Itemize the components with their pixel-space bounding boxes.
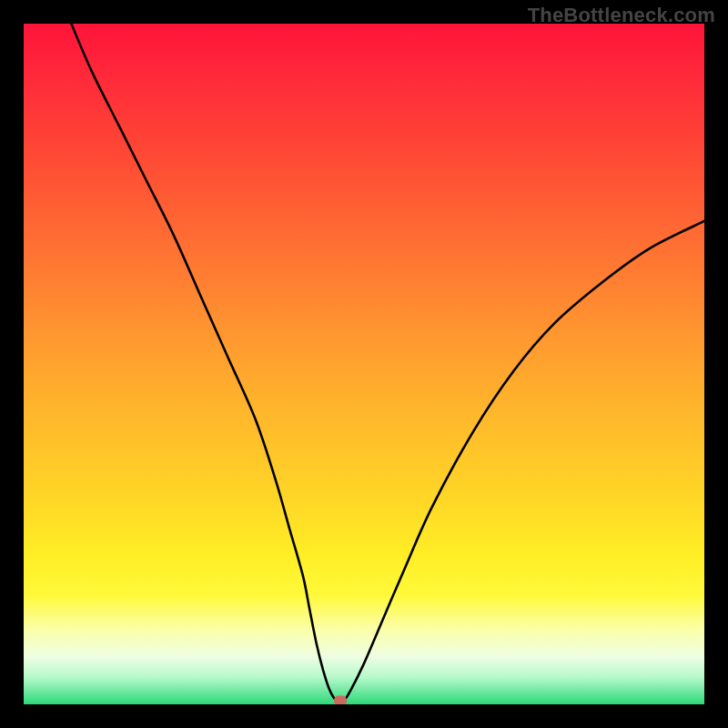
curve-layer <box>24 24 704 704</box>
plot-area <box>24 24 704 704</box>
watermark-text: TheBottleneck.com <box>528 4 715 27</box>
bottleneck-curve-path <box>71 24 704 703</box>
chart-frame: TheBottleneck.com <box>0 0 728 728</box>
minimum-marker <box>334 696 347 704</box>
